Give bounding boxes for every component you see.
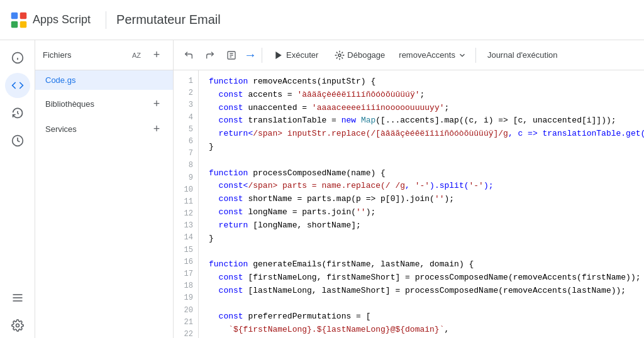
settings-icon-btn[interactable] — [5, 313, 30, 338]
code-line: return [longName, shortName]; — [209, 219, 644, 232]
code-line: function removeAccents(inputStr) { — [209, 75, 644, 89]
files-panel: Fichiers AZ + Code.gs Bibliothèques + Se… — [35, 40, 174, 338]
code-line: const unaccented = 'aaaaceeeeiiiinooooou… — [209, 102, 644, 115]
menu-icon-btn[interactable] — [5, 285, 30, 310]
logo-area: Apps Script — [10, 11, 91, 29]
editor-toolbar: → Exécuter Débogage removeAccents — [174, 40, 644, 70]
svg-marker-17 — [275, 52, 281, 59]
main-layout: Fichiers AZ + Code.gs Bibliothèques + Se… — [0, 40, 644, 338]
line-number: 9 — [174, 172, 198, 184]
code-line: function generateEmails(firstName, lastN… — [209, 258, 644, 271]
header-divider — [106, 11, 106, 29]
add-file-btn[interactable]: + — [148, 46, 165, 64]
triggers-icon-btn[interactable] — [5, 128, 30, 153]
format-btn[interactable] — [221, 45, 242, 65]
line-number: 11 — [174, 196, 198, 208]
exec-log-btn[interactable]: Journal d'exécution — [480, 45, 565, 65]
code-line: const accents = 'àâäãçèéêëïîìíñôóòõùûüúÿ… — [209, 89, 644, 102]
sort-files-btn[interactable]: AZ — [128, 46, 145, 64]
svg-point-12 — [16, 324, 19, 327]
code-line: } — [209, 232, 644, 246]
code-editor[interactable]: 1234567891011121314151617181920212223242… — [174, 70, 644, 338]
line-number: 1 — [174, 75, 198, 87]
undo-btn[interactable] — [179, 45, 199, 65]
svg-rect-4 — [20, 21, 27, 28]
code-line — [209, 245, 644, 258]
section-libraries[interactable]: Bibliothèques + — [35, 90, 173, 115]
files-panel-title: Fichiers — [43, 50, 72, 60]
line-number: 16 — [174, 256, 198, 268]
code-line: const</span> parts = name.replace(/ /g, … — [209, 180, 644, 193]
line-number: 5 — [174, 124, 198, 136]
info-icon-btn[interactable] — [5, 45, 30, 70]
line-number: 18 — [174, 280, 198, 292]
line-number: 4 — [174, 112, 198, 124]
run-btn[interactable]: Exécuter — [266, 45, 326, 65]
app-name: Apps Script — [33, 13, 91, 26]
editor-area: → Exécuter Débogage removeAccents — [174, 40, 644, 338]
code-lines[interactable]: function removeAccents(inputStr) { const… — [199, 70, 644, 338]
code-line: const [firstNameLong, firstNameShort] = … — [209, 271, 644, 285]
debug-btn[interactable]: Débogage — [327, 45, 392, 65]
line-number: 17 — [174, 268, 198, 280]
line-number: 6 — [174, 136, 198, 148]
redo-btn[interactable] — [200, 45, 220, 65]
line-numbers: 1234567891011121314151617181920212223242… — [174, 70, 199, 338]
svg-rect-1 — [11, 12, 18, 19]
sidebar-icons — [0, 40, 35, 338]
code-line: function processComposedName(name) { — [209, 167, 644, 180]
code-line: const preferredPermutations = [ — [209, 310, 644, 324]
svg-rect-2 — [20, 12, 27, 19]
line-number: 3 — [174, 99, 198, 111]
svg-rect-3 — [11, 21, 18, 28]
code-line: const longName = parts.join(''); — [209, 206, 644, 219]
line-number: 2 — [174, 87, 198, 99]
line-number: 19 — [174, 292, 198, 304]
line-number: 13 — [174, 220, 198, 232]
line-number: 22 — [174, 329, 198, 338]
code-line: } — [209, 141, 644, 154]
function-select[interactable]: removeAccents — [394, 45, 472, 65]
add-service-btn[interactable]: + — [148, 120, 165, 138]
app-header: Apps Script Permutateur Email — [0, 0, 644, 40]
code-line — [209, 298, 644, 311]
section-services[interactable]: Services + — [35, 115, 173, 140]
line-number: 12 — [174, 208, 198, 220]
code-icon-btn[interactable] — [5, 73, 30, 98]
code-line: const shortName = parts.map(p => p[0]).j… — [209, 193, 644, 206]
arrow-indicator: → — [244, 48, 257, 62]
line-number: 15 — [174, 244, 198, 256]
code-line — [209, 154, 644, 167]
code-line: return</span> inputStr.replace(/[àâäãçèé… — [209, 128, 644, 141]
line-number: 14 — [174, 232, 198, 244]
file-item-code-gs[interactable]: Code.gs — [35, 70, 173, 90]
code-line: const [lastNameLong, lastNameShort] = pr… — [209, 285, 644, 298]
add-library-btn[interactable]: + — [148, 95, 165, 112]
toolbar-sep-2 — [475, 48, 476, 63]
code-line: const translationTable = new Map([...acc… — [209, 114, 644, 128]
line-number: 21 — [174, 317, 198, 329]
history-icon-btn[interactable] — [5, 101, 30, 126]
code-line: `${firstNameLong}.${lastNameLong}@${doma… — [209, 324, 644, 337]
files-panel-actions: AZ + — [128, 46, 165, 64]
toolbar-sep-1 — [262, 48, 262, 63]
line-number: 10 — [174, 184, 198, 196]
line-number: 20 — [174, 305, 198, 317]
line-number: 7 — [174, 148, 198, 160]
line-number: 8 — [174, 160, 198, 172]
project-name: Permutateur Email — [116, 13, 221, 27]
apps-script-logo — [10, 11, 28, 29]
files-panel-header: Fichiers AZ + — [35, 40, 173, 70]
svg-point-18 — [338, 54, 341, 57]
